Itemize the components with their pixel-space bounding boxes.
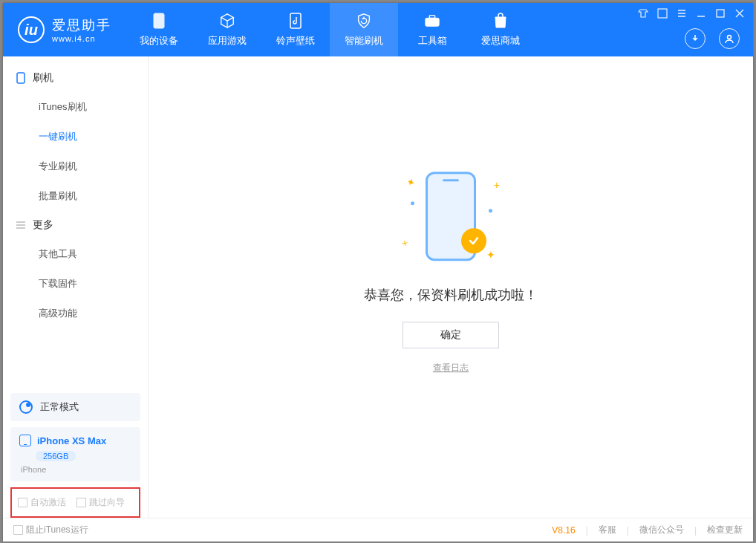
sidebar: 刷机 iTunes刷机 一键刷机 专业刷机 批量刷机 更多 其他工具 下载固件 …	[3, 56, 149, 518]
feedback-icon[interactable]	[656, 7, 668, 19]
toolbox-icon	[423, 12, 441, 30]
device-name: iPhone XS Max	[37, 435, 106, 446]
support-link[interactable]: 客服	[599, 524, 616, 536]
success-panel: ✦ + + ✦ 恭喜您，保资料刷机成功啦！ 确定 查看日志	[364, 157, 538, 374]
sparkle-icon: +	[494, 179, 500, 191]
sidebar-item-batch-flash[interactable]: 批量刷机	[3, 181, 148, 211]
sidebar-item-advanced[interactable]: 高级功能	[3, 299, 148, 328]
option-label: 阻止iTunes运行	[26, 524, 88, 536]
header-action-icons	[685, 28, 740, 49]
svg-rect-2	[426, 18, 439, 26]
statusbar: 阻止iTunes运行 V8.16 | 客服 | 微信公众号 | 检查更新	[3, 518, 753, 542]
refresh-shield-icon	[355, 12, 373, 30]
device-icon	[15, 72, 27, 84]
mode-icon	[19, 400, 33, 414]
checkbox-icon	[13, 525, 23, 535]
dot-icon	[489, 209, 492, 212]
sidebar-group-more: 更多	[3, 211, 148, 239]
separator: |	[586, 525, 588, 536]
download-icon[interactable]	[685, 28, 706, 49]
check-update-link[interactable]: 检查更新	[707, 524, 743, 536]
nav-tabs: 我的设备 应用游戏 铃声壁纸 智能刷机 工具箱 爱思商城	[125, 3, 535, 56]
device-card[interactable]: iPhone XS Max 256GB iPhone	[10, 427, 140, 481]
sidebar-item-download-firmware[interactable]: 下载固件	[3, 269, 148, 299]
sidebar-item-itunes-flash[interactable]: iTunes刷机	[3, 92, 148, 122]
svg-rect-3	[429, 16, 434, 19]
skin-icon[interactable]	[637, 7, 649, 19]
titlebar: iu 爱思助手 www.i4.cn 我的设备 应用游戏 铃声壁纸 智能刷机	[3, 3, 753, 56]
svg-rect-0	[154, 13, 164, 28]
phone-icon	[150, 12, 168, 30]
svg-rect-4	[658, 9, 667, 18]
sidebar-group-flash: 刷机	[3, 64, 148, 92]
menu-icon[interactable]	[676, 7, 688, 19]
music-note-icon	[287, 12, 304, 30]
close-button[interactable]	[734, 7, 746, 19]
svg-rect-1	[290, 13, 301, 28]
option-block-itunes[interactable]: 阻止iTunes运行	[13, 524, 88, 536]
view-log-link[interactable]: 查看日志	[433, 362, 469, 374]
option-skip-guide[interactable]: 跳过向导	[76, 496, 125, 509]
device-phone-icon	[19, 435, 31, 446]
brand-name: 爱思助手	[52, 16, 111, 34]
sidebar-item-oneclick-flash[interactable]: 一键刷机	[3, 122, 148, 152]
svg-point-6	[728, 36, 731, 39]
svg-rect-7	[17, 73, 25, 83]
separator: |	[694, 525, 697, 536]
user-icon[interactable]	[719, 28, 740, 49]
sparkle-icon: ✦	[405, 175, 417, 189]
tab-label: 铃声壁纸	[276, 34, 315, 48]
options-row: 自动激活 跳过向导	[10, 487, 140, 518]
content: ✦ + + ✦ 恭喜您，保资料刷机成功啦！ 确定 查看日志	[149, 56, 753, 518]
device-type: iPhone	[21, 465, 131, 474]
wechat-link[interactable]: 微信公众号	[639, 524, 684, 536]
body: 刷机 iTunes刷机 一键刷机 专业刷机 批量刷机 更多 其他工具 下载固件 …	[3, 56, 753, 518]
dot-icon	[411, 201, 414, 205]
logo-icon: iu	[18, 16, 45, 43]
checkbox-icon	[76, 498, 86, 507]
tab-label: 我的设备	[140, 34, 178, 48]
option-auto-activate[interactable]: 自动激活	[18, 496, 66, 509]
separator: |	[627, 525, 629, 536]
checkbox-icon	[18, 498, 27, 507]
sidebar-footer: 正常模式 iPhone XS Max 256GB iPhone 自动激活	[3, 387, 148, 518]
brand-url: www.i4.cn	[52, 34, 111, 43]
sidebar-item-other-tools[interactable]: 其他工具	[3, 239, 148, 269]
group-label: 更多	[33, 218, 53, 232]
tab-apps-games[interactable]: 应用游戏	[193, 3, 261, 56]
tab-label: 工具箱	[418, 34, 447, 48]
cube-icon	[218, 12, 236, 30]
tab-smart-flash[interactable]: 智能刷机	[330, 3, 398, 56]
success-message: 恭喜您，保资料刷机成功啦！	[364, 286, 538, 304]
version-label: V8.16	[552, 525, 575, 536]
svg-rect-5	[717, 10, 724, 17]
mode-label: 正常模式	[40, 400, 79, 414]
window-controls	[637, 7, 746, 19]
tab-ringtones[interactable]: 铃声壁纸	[261, 3, 330, 56]
sidebar-item-pro-flash[interactable]: 专业刷机	[3, 152, 148, 181]
group-label: 刷机	[33, 71, 53, 85]
maximize-button[interactable]	[714, 7, 726, 19]
tab-label: 爱思商城	[481, 34, 520, 48]
tab-label: 智能刷机	[345, 34, 383, 48]
success-illustration: ✦ + + ✦	[384, 157, 518, 276]
check-badge-icon	[461, 228, 486, 253]
option-label: 跳过向导	[89, 496, 125, 509]
bag-icon	[492, 12, 509, 30]
ok-button[interactable]: 确定	[403, 322, 499, 348]
logo-area: iu 爱思助手 www.i4.cn	[3, 3, 125, 56]
minimize-button[interactable]	[695, 7, 707, 19]
sparkle-icon: +	[401, 236, 409, 249]
app-window: iu 爱思助手 www.i4.cn 我的设备 应用游戏 铃声壁纸 智能刷机	[3, 3, 753, 542]
device-capacity: 256GB	[36, 451, 76, 461]
tab-toolbox[interactable]: 工具箱	[398, 3, 466, 56]
option-label: 自动激活	[30, 496, 66, 509]
tab-label: 应用游戏	[208, 34, 247, 48]
tab-my-device[interactable]: 我的设备	[125, 3, 193, 56]
list-icon	[15, 219, 27, 231]
mode-card[interactable]: 正常模式	[10, 393, 140, 421]
tab-store[interactable]: 爱思商城	[466, 3, 535, 56]
sparkle-icon: ✦	[486, 249, 495, 261]
